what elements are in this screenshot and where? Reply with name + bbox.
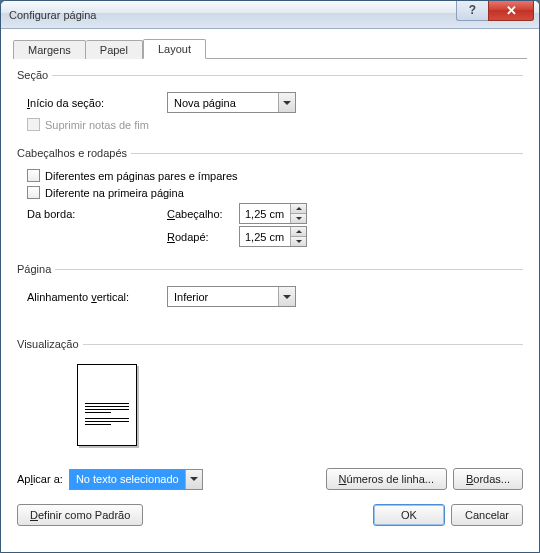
close-button[interactable]: ✕ bbox=[488, 1, 534, 21]
chevron-down-icon[interactable] bbox=[185, 470, 202, 489]
preview-line bbox=[85, 424, 111, 425]
suppress-endnotes-checkbox: Suprimir notas de fim bbox=[27, 118, 149, 131]
page-legend: Página bbox=[17, 263, 55, 275]
help-icon: ? bbox=[469, 3, 476, 17]
tab-margins[interactable]: Margens bbox=[13, 40, 86, 59]
spinner-down-icon[interactable] bbox=[291, 236, 306, 246]
header-distance-spinner[interactable]: 1,25 cm bbox=[239, 203, 307, 224]
set-default-button[interactable]: Definir como Padrão bbox=[17, 504, 143, 526]
checkbox-icon bbox=[27, 118, 40, 131]
section-group: Seção Início da seção: Nova página Supri… bbox=[17, 69, 523, 139]
valign-label: Alinhamento vertical: bbox=[27, 291, 167, 303]
preview-line bbox=[85, 409, 129, 410]
tab-layout[interactable]: Layout bbox=[143, 39, 206, 59]
apply-row: Aplicar a: No texto selecionado Números … bbox=[17, 468, 523, 490]
spinner-up-icon[interactable] bbox=[291, 204, 306, 213]
section-start-label: Início da seção: bbox=[27, 97, 167, 109]
section-legend: Seção bbox=[17, 69, 52, 81]
footer-distance-value: 1,25 cm bbox=[240, 227, 290, 246]
page-group: Página Alinhamento vertical: Inferior bbox=[17, 263, 523, 316]
valign-value: Inferior bbox=[168, 287, 278, 306]
header-distance-value: 1,25 cm bbox=[240, 204, 290, 223]
headers-legend: Cabeçalhos e rodapés bbox=[17, 147, 131, 159]
borders-button[interactable]: Bordas... bbox=[453, 468, 523, 490]
titlebar[interactable]: Configurar página ? ✕ bbox=[1, 1, 539, 29]
from-edge-label: Da borda: bbox=[27, 208, 167, 220]
valign-combo[interactable]: Inferior bbox=[167, 286, 296, 307]
preview-line bbox=[85, 421, 129, 422]
diff-first-checkbox[interactable]: Diferente na primeira página bbox=[27, 186, 184, 199]
headers-group: Cabeçalhos e rodapés Diferentes em págin… bbox=[17, 147, 523, 255]
preview-legend: Visualização bbox=[17, 338, 83, 350]
dialog-window: Configurar página ? ✕ Margens Papel Layo… bbox=[0, 0, 540, 553]
page-preview bbox=[77, 364, 137, 446]
apply-label: Aplicar a: bbox=[17, 473, 63, 485]
diff-odd-even-checkbox[interactable]: Diferentes em páginas pares e ímpares bbox=[27, 169, 238, 182]
preview-line bbox=[85, 403, 129, 404]
cancel-button[interactable]: Cancelar bbox=[451, 504, 523, 526]
preview-line bbox=[85, 406, 129, 407]
chevron-down-icon[interactable] bbox=[278, 287, 295, 306]
apply-to-combo[interactable]: No texto selecionado bbox=[69, 469, 203, 490]
preview-line bbox=[85, 418, 129, 419]
help-button[interactable]: ? bbox=[456, 1, 488, 21]
dialog-content: Margens Papel Layout Seção Início da seç… bbox=[1, 29, 539, 552]
tab-strip: Margens Papel Layout bbox=[13, 37, 527, 59]
dialog-footer: Definir como Padrão OK Cancelar bbox=[17, 498, 523, 526]
preview-group: Visualização bbox=[17, 338, 523, 454]
apply-to-value: No texto selecionado bbox=[70, 470, 185, 489]
footer-label: Rodapé: bbox=[167, 231, 239, 243]
titlebar-buttons: ? ✕ bbox=[456, 1, 539, 21]
layout-panel: Seção Início da seção: Nova página Supri… bbox=[13, 59, 527, 540]
chevron-down-icon[interactable] bbox=[278, 93, 295, 112]
spinner-up-icon[interactable] bbox=[291, 227, 306, 236]
section-start-value: Nova página bbox=[168, 93, 278, 112]
checkbox-icon bbox=[27, 169, 40, 182]
close-icon: ✕ bbox=[506, 3, 517, 18]
spinner-down-icon[interactable] bbox=[291, 213, 306, 223]
line-numbers-button[interactable]: Números de linha... bbox=[326, 468, 447, 490]
section-start-combo[interactable]: Nova página bbox=[167, 92, 296, 113]
ok-button[interactable]: OK bbox=[373, 504, 445, 526]
window-title: Configurar página bbox=[9, 9, 456, 21]
footer-distance-spinner[interactable]: 1,25 cm bbox=[239, 226, 307, 247]
preview-line bbox=[85, 412, 111, 413]
header-label: Cabeçalho: bbox=[167, 208, 239, 220]
tab-paper[interactable]: Papel bbox=[86, 40, 143, 59]
checkbox-icon bbox=[27, 186, 40, 199]
